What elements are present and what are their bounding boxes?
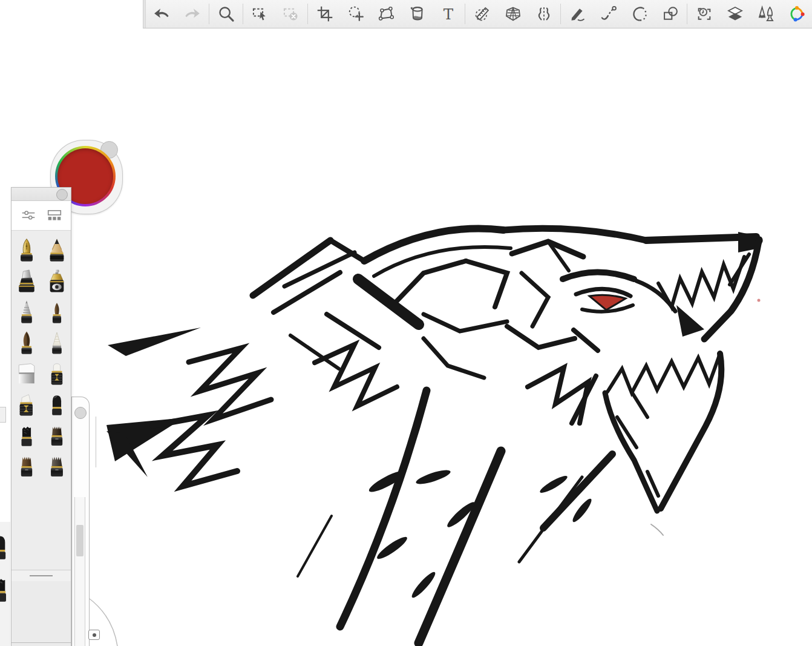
brush-panel-view-toggles [11, 201, 71, 231]
panel-edge-line [96, 417, 96, 467]
tool-layers-button[interactable] [719, 0, 750, 28]
brushes-icon [758, 5, 774, 22]
brush-panel-drag-handle[interactable] [56, 189, 68, 200]
toolbar-separator [465, 4, 465, 24]
tool-text-button[interactable] [433, 0, 463, 28]
shapes-icon [662, 5, 679, 22]
tool-transform-button[interactable] [340, 0, 371, 28]
brush-airbrush[interactable] [43, 265, 71, 296]
view-toggle-sliders-button[interactable] [18, 205, 39, 226]
text-icon [440, 5, 457, 22]
symmetry-icon [535, 5, 552, 22]
transform-icon [347, 5, 364, 22]
tool-shapes-button[interactable] [655, 0, 686, 28]
ruler-icon [474, 5, 491, 22]
fountain-pen-icon [16, 237, 37, 263]
scrollbar-thumb[interactable] [76, 525, 83, 556]
chisel-marker-icon [16, 268, 37, 294]
dome-marker-icon [47, 392, 67, 417]
sliders-icon [21, 208, 36, 223]
panel-resize-handle[interactable] [30, 575, 53, 576]
brush-pencil[interactable] [43, 234, 71, 265]
brush-angled-eraser[interactable] [13, 389, 41, 420]
tool-ellipse-button[interactable] [624, 0, 655, 28]
distort-icon [378, 5, 395, 22]
select-icon [252, 5, 269, 22]
tool-symmetry-button[interactable] [528, 0, 559, 28]
brush-chisel-marker[interactable] [13, 265, 41, 296]
stroke-icon [569, 5, 586, 22]
brush-flat-brush-wide[interactable] [43, 450, 71, 481]
paint-brush-icon [16, 330, 37, 355]
brush-list-scrollbar[interactable] [74, 497, 85, 646]
brush-flat-brush-dark[interactable] [43, 420, 71, 450]
main-toolbar [143, 0, 812, 28]
toolbar-separator [307, 4, 308, 24]
side-panel-drag-handle[interactable] [74, 407, 87, 419]
round-brush-small-icon [47, 299, 67, 325]
tool-brushes-button[interactable] [750, 0, 781, 28]
crop-icon [316, 5, 333, 22]
tool-timelapse-button[interactable] [689, 0, 719, 28]
tool-zoom-button[interactable] [211, 0, 241, 28]
dot-icon [93, 633, 96, 637]
brush-round-brush-small[interactable] [43, 296, 71, 327]
palette-grid-icon [47, 208, 62, 223]
tool-deselect-button [275, 0, 306, 28]
airbrush-icon [47, 268, 67, 294]
pencil-icon [47, 237, 67, 263]
soft-eraser-icon [47, 361, 67, 386]
flat-brush-wide-icon [47, 453, 67, 479]
offscreen-brush-panel [0, 522, 10, 646]
brush-palette-panel [11, 187, 71, 646]
canvas-corner-dot-button[interactable] [88, 630, 100, 640]
blending-stump-icon [47, 330, 67, 355]
brush-flat-brush-brown[interactable] [13, 450, 41, 481]
collapsed-side-panel[interactable] [71, 397, 90, 646]
brush-flat-eraser[interactable] [13, 358, 41, 389]
fill-icon [409, 5, 426, 22]
charcoal-icon [16, 423, 37, 448]
tool-distort-button[interactable] [371, 0, 402, 28]
brush-charcoal[interactable] [13, 420, 41, 450]
brush-paint-brush[interactable] [13, 327, 41, 358]
perspective-icon [505, 5, 522, 22]
brush-blending-stump[interactable] [43, 327, 71, 358]
brush-dome-marker[interactable] [43, 389, 71, 420]
brush-fountain-pen[interactable] [13, 234, 41, 265]
tool-redo-button [177, 0, 208, 28]
brush-panel-header[interactable] [11, 188, 71, 201]
tool-select-button[interactable] [244, 0, 275, 28]
ellipse-icon [631, 5, 648, 22]
angled-eraser-icon [16, 392, 37, 417]
brush-panel-lower-section [11, 581, 71, 646]
timelapse-icon [696, 5, 713, 22]
tool-undo-button[interactable] [146, 0, 177, 28]
tool-ruler-button[interactable] [467, 0, 497, 28]
brush-charcoal-partial-icon [0, 574, 10, 604]
curve-icon [600, 5, 617, 22]
toolbar-separator [560, 4, 561, 24]
collapsed-panel-tab[interactable] [0, 407, 6, 423]
view-toggle-palette-grid-button[interactable] [44, 205, 65, 226]
flat-eraser-icon [16, 361, 37, 386]
drawing-canvas[interactable] [0, 0, 812, 646]
tool-curve-button[interactable] [593, 0, 624, 28]
brush-ballpoint-pen[interactable] [13, 296, 41, 327]
flat-brush-dark-icon [47, 423, 67, 448]
deselect-icon [283, 5, 300, 22]
section-divider [11, 642, 71, 643]
tool-stroke-button[interactable] [562, 0, 593, 28]
tool-color-button[interactable] [781, 0, 812, 28]
tool-crop-button[interactable] [309, 0, 340, 28]
undo-icon [153, 5, 170, 22]
brush-panel-footer [11, 570, 71, 582]
toolbar-separator [687, 4, 687, 24]
brush-soft-eraser[interactable] [43, 358, 71, 389]
brush-dome-marker-partial-icon [0, 532, 10, 562]
tool-fill-button[interactable] [402, 0, 433, 28]
flat-brush-brown-icon [16, 453, 37, 479]
tool-perspective-button[interactable] [497, 0, 528, 28]
ballpoint-pen-icon [16, 299, 37, 325]
redo-icon [184, 5, 201, 22]
